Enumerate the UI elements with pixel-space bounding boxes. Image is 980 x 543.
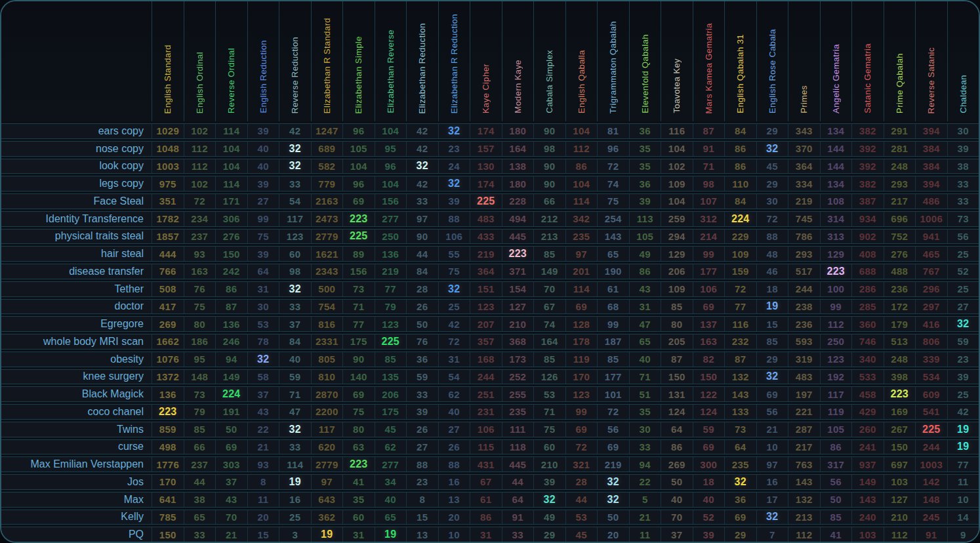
value-cell[interactable]: 73 xyxy=(342,282,375,296)
match-value-cell[interactable]: 225 xyxy=(470,194,502,209)
value-cell[interactable]: 80 xyxy=(661,317,693,331)
value-cell[interactable]: 39 xyxy=(947,142,979,156)
value-cell[interactable]: 124 xyxy=(693,405,725,419)
row-label-obesity[interactable]: obesity xyxy=(1,352,152,367)
value-cell[interactable]: 37 xyxy=(279,317,311,331)
value-cell[interactable]: 90 xyxy=(533,159,565,174)
match-value-cell[interactable]: 19 xyxy=(947,422,979,437)
value-cell[interactable]: 69 xyxy=(215,440,247,454)
column-header-english-ordinal[interactable]: English Ordinal xyxy=(184,1,216,121)
value-cell[interactable]: 79 xyxy=(375,300,407,314)
value-cell[interactable]: 85 xyxy=(375,352,407,367)
value-cell[interactable]: 387 xyxy=(851,194,884,209)
value-cell[interactable]: 806 xyxy=(915,334,947,349)
value-cell[interactable]: 72 xyxy=(724,282,756,296)
match-value-cell[interactable]: 224 xyxy=(215,387,247,401)
match-value-cell[interactable]: 223 xyxy=(820,264,852,279)
value-cell[interactable]: 252 xyxy=(502,370,534,384)
row-label-knee-surgery[interactable]: knee surgery xyxy=(1,370,152,384)
value-cell[interactable]: 319 xyxy=(788,352,820,367)
value-cell[interactable]: 107 xyxy=(693,194,725,209)
value-cell[interactable]: 54 xyxy=(279,194,311,209)
value-cell[interactable]: 87 xyxy=(661,352,693,367)
value-cell[interactable]: 69 xyxy=(342,387,375,401)
value-cell[interactable]: 143 xyxy=(724,387,756,401)
value-cell[interactable]: 276 xyxy=(884,247,916,261)
value-cell[interactable]: 38 xyxy=(947,159,979,174)
value-cell[interactable]: 39 xyxy=(247,124,279,138)
value-cell[interactable]: 33 xyxy=(947,194,979,209)
value-cell[interactable]: 37 xyxy=(215,475,247,489)
value-cell[interactable]: 25 xyxy=(947,282,979,296)
value-cell[interactable]: 312 xyxy=(693,212,725,226)
value-cell[interactable]: 111 xyxy=(502,422,534,437)
value-cell[interactable]: 244 xyxy=(915,440,947,454)
value-cell[interactable]: 29 xyxy=(756,352,788,367)
value-cell[interactable]: 752 xyxy=(884,230,916,244)
value-cell[interactable]: 42 xyxy=(279,124,311,138)
value-cell[interactable]: 296 xyxy=(915,282,947,296)
value-cell[interactable]: 101 xyxy=(597,387,629,401)
value-cell[interactable]: 144 xyxy=(820,142,852,156)
value-cell[interactable]: 786 xyxy=(788,230,820,244)
value-cell[interactable]: 82 xyxy=(693,352,725,367)
value-cell[interactable]: 217 xyxy=(788,440,820,454)
row-label-ears-copy[interactable]: ears copy xyxy=(1,124,152,138)
value-cell[interactable]: 106 xyxy=(470,422,502,437)
value-cell[interactable]: 269 xyxy=(152,317,184,331)
value-cell[interactable]: 86 xyxy=(820,440,852,454)
row-label-legs-copy[interactable]: legs copy xyxy=(1,176,152,191)
value-cell[interactable]: 763 xyxy=(788,457,820,472)
value-cell[interactable]: 52 xyxy=(947,264,979,279)
value-cell[interactable]: 127 xyxy=(502,300,534,314)
value-cell[interactable]: 517 xyxy=(788,264,820,279)
value-cell[interactable]: 109 xyxy=(661,176,693,191)
value-cell[interactable]: 1048 xyxy=(152,142,184,156)
value-cell[interactable]: 105 xyxy=(820,422,852,437)
value-cell[interactable]: 238 xyxy=(788,300,820,314)
value-cell[interactable]: 56 xyxy=(820,475,852,489)
value-cell[interactable]: 33 xyxy=(279,440,311,454)
value-cell[interactable]: 80 xyxy=(184,317,216,331)
value-cell[interactable]: 27 xyxy=(406,440,438,454)
row-label-black-magick[interactable]: Black Magick xyxy=(1,387,152,401)
column-header-english-qaballa[interactable]: English Qaballa xyxy=(565,1,598,121)
value-cell[interactable]: 77 xyxy=(342,317,375,331)
value-cell[interactable]: 221 xyxy=(788,405,820,419)
value-cell[interactable]: 39 xyxy=(629,194,661,209)
value-cell[interactable]: 154 xyxy=(502,282,534,296)
match-value-cell[interactable]: 32 xyxy=(279,159,311,174)
row-label-max[interactable]: Max xyxy=(1,493,152,507)
value-cell[interactable]: 35 xyxy=(342,493,375,507)
value-cell[interactable]: 81 xyxy=(597,124,629,138)
value-cell[interactable]: 45 xyxy=(565,527,598,542)
value-cell[interactable]: 77 xyxy=(947,457,979,472)
value-cell[interactable]: 52 xyxy=(693,510,725,525)
value-cell[interactable]: 114 xyxy=(279,457,311,472)
row-label-pq[interactable]: PQ xyxy=(1,527,152,542)
value-cell[interactable]: 22 xyxy=(247,422,279,437)
value-cell[interactable]: 213 xyxy=(788,510,820,525)
value-cell[interactable]: 56 xyxy=(947,230,979,244)
value-cell[interactable]: 27 xyxy=(947,300,979,314)
match-value-cell[interactable]: 223 xyxy=(502,247,534,261)
value-cell[interactable]: 2343 xyxy=(311,264,343,279)
match-value-cell[interactable]: 223 xyxy=(152,405,184,419)
value-cell[interactable]: 179 xyxy=(884,317,916,331)
value-cell[interactable]: 112 xyxy=(884,527,916,542)
column-header-elevenfold-qabalah[interactable]: Elevenfold Qabalah xyxy=(629,1,661,121)
value-cell[interactable]: 49 xyxy=(533,510,565,525)
value-cell[interactable]: 50 xyxy=(215,422,247,437)
value-cell[interactable]: 110 xyxy=(724,176,756,191)
value-cell[interactable]: 157 xyxy=(470,142,502,156)
column-header-primes[interactable]: Primes xyxy=(788,1,820,121)
value-cell[interactable]: 164 xyxy=(533,334,565,349)
value-cell[interactable]: 23 xyxy=(947,352,979,367)
value-cell[interactable]: 541 xyxy=(915,405,947,419)
value-cell[interactable]: 53 xyxy=(247,317,279,331)
value-cell[interactable]: 16 xyxy=(438,475,470,489)
value-cell[interactable]: 103 xyxy=(884,475,916,489)
value-cell[interactable]: 169 xyxy=(884,405,916,419)
value-cell[interactable]: 131 xyxy=(661,387,693,401)
value-cell[interactable]: 90 xyxy=(342,352,375,367)
